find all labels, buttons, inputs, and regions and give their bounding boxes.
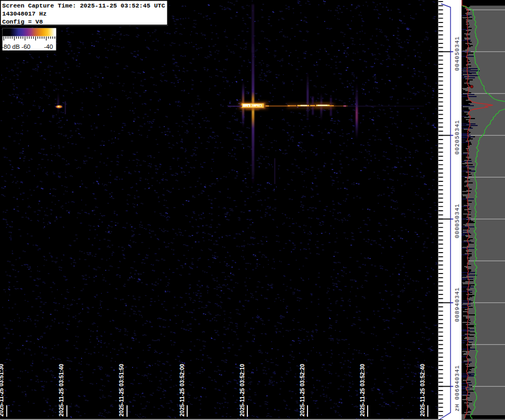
svg-text:1: 1 <box>454 120 460 123</box>
svg-text:4: 4 <box>454 60 460 63</box>
svg-text:4: 4 <box>454 303 460 306</box>
svg-text:3: 3 <box>454 296 460 299</box>
svg-text:2025-11-25 03:51:30: 2025-11-25 03:51:30 <box>0 364 4 416</box>
svg-text:2025-11-25 03:52:10: 2025-11-25 03:52:10 <box>239 364 245 416</box>
svg-text:1: 1 <box>454 204 460 207</box>
svg-text:9: 9 <box>454 385 460 388</box>
svg-text:0: 0 <box>454 68 460 71</box>
svg-text:143048017 Hz: 143048017 Hz <box>2 10 47 17</box>
svg-text:2025-11-25 03:52:40: 2025-11-25 03:52:40 <box>419 364 426 416</box>
svg-text:-80 dB -60: -80 dB -60 <box>2 43 31 50</box>
svg-text:H: H <box>454 404 460 407</box>
svg-text:0: 0 <box>454 148 460 151</box>
svg-text:0: 0 <box>454 56 460 59</box>
svg-text:0: 0 <box>454 377 460 380</box>
svg-text:z: z <box>454 408 460 411</box>
svg-text:0: 0 <box>454 216 460 219</box>
svg-text:0: 0 <box>454 139 460 143</box>
svg-text:1: 1 <box>454 288 460 291</box>
svg-text:3: 3 <box>454 373 460 377</box>
svg-text:0: 0 <box>454 396 460 400</box>
svg-text:4: 4 <box>454 124 460 127</box>
svg-text:2025-11-25 03:51:50: 2025-11-25 03:51:50 <box>118 364 125 416</box>
svg-text:2025-11-25 03:52:30: 2025-11-25 03:52:30 <box>359 364 365 416</box>
svg-text:0: 0 <box>454 319 460 322</box>
svg-text:3: 3 <box>454 128 460 131</box>
svg-text:0: 0 <box>454 393 460 396</box>
svg-text:0: 0 <box>454 64 460 67</box>
svg-text:0: 0 <box>454 223 460 226</box>
svg-text:4: 4 <box>454 208 460 211</box>
svg-text:0: 0 <box>454 227 460 230</box>
svg-text:5: 5 <box>454 52 460 55</box>
svg-text:2: 2 <box>454 143 460 146</box>
svg-text:2025-11-25 03:51:40: 2025-11-25 03:51:40 <box>58 364 64 416</box>
svg-text:0: 0 <box>454 132 460 135</box>
svg-text:4: 4 <box>454 370 460 373</box>
svg-text:6: 6 <box>454 389 460 392</box>
svg-text:8: 8 <box>454 311 460 314</box>
svg-text:2025-11-25 03:52:00: 2025-11-25 03:52:00 <box>179 364 185 416</box>
svg-text:0: 0 <box>454 315 460 318</box>
svg-text:0: 0 <box>454 231 460 234</box>
svg-text:0: 0 <box>454 299 460 303</box>
svg-text:4: 4 <box>454 381 460 384</box>
svg-text:9: 9 <box>454 307 460 310</box>
svg-text:0: 0 <box>454 235 460 238</box>
svg-text:2025-11-25 03:52:20: 2025-11-25 03:52:20 <box>299 364 305 416</box>
svg-text:4: 4 <box>454 291 460 294</box>
svg-text:5: 5 <box>454 136 460 139</box>
svg-text:5: 5 <box>454 219 460 223</box>
svg-text:0: 0 <box>454 48 460 51</box>
svg-text:1: 1 <box>454 365 460 369</box>
svg-text:Screen Capture Time: 2025-11-2: Screen Capture Time: 2025-11-25 03:52:45… <box>2 2 165 9</box>
svg-text:0: 0 <box>454 151 460 154</box>
svg-text:-40: -40 <box>44 43 53 50</box>
svg-text:4: 4 <box>454 40 460 43</box>
svg-text:Config = V8: Config = V8 <box>2 18 43 25</box>
svg-text:3: 3 <box>454 45 460 48</box>
svg-text:1: 1 <box>454 36 460 40</box>
svg-text:3: 3 <box>454 212 460 215</box>
